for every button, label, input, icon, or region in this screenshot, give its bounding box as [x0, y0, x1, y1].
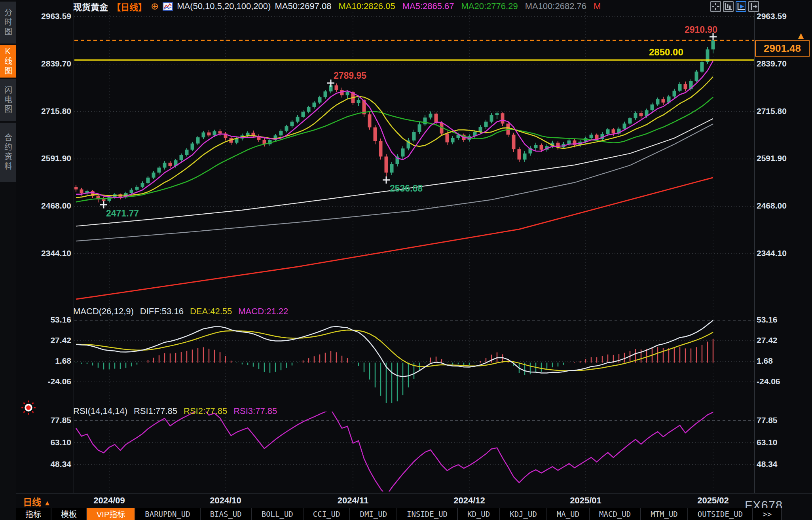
- ma-value-4: MA100:2682.76: [525, 1, 586, 11]
- macd-value-0: DIFF:53.16: [140, 306, 184, 317]
- macd-value-1: DEA:42.55: [190, 306, 232, 317]
- axis-label: 2468.00: [16, 201, 71, 211]
- ma-value-1: MA10:2826.05: [339, 1, 395, 11]
- toolbar-tab-outside-ud[interactable]: OUTSIDE_UD: [688, 508, 752, 520]
- month-label: 2025/01: [570, 495, 601, 506]
- toolbar-tab-mtm-ud[interactable]: MTM_UD: [641, 508, 687, 520]
- axis-label: 27.42: [16, 336, 71, 345]
- chart-area: 现货黄金 【日线】 ⊕ MA(50,10,5,20,100,200) MA50:…: [16, 0, 812, 520]
- axis-label: 2591.90: [16, 154, 71, 163]
- play-forward-tool-icon[interactable]: [736, 1, 746, 12]
- price-extreme-label: 2910.90: [685, 25, 717, 35]
- axis-label: 2344.10: [757, 249, 810, 258]
- toolbar-spacer: [782, 508, 812, 520]
- axis-label: 53.16: [757, 315, 810, 325]
- axis-label: 2839.70: [757, 59, 810, 68]
- axis-label: 63.10: [16, 438, 71, 447]
- axis-label: 2344.10: [16, 249, 71, 258]
- macd-title: MACD(26,12,9): [73, 306, 134, 317]
- toolbar-tab-boll-ud[interactable]: BOLL_UD: [252, 508, 303, 520]
- price-extreme-label: 2471.77: [106, 208, 139, 219]
- month-label: 2025/02: [697, 495, 729, 506]
- macd-values: DIFF:53.16DEA:42.55MACD:21.22: [140, 306, 288, 317]
- toolbar-tab--[interactable]: >>: [753, 508, 781, 520]
- price-extreme-label: 2536.68: [390, 183, 423, 194]
- month-label: 2024/09: [93, 495, 125, 506]
- axis-label: -24.06: [757, 377, 810, 386]
- crosshair-tool-icon[interactable]: [710, 1, 721, 12]
- ma-value-0: MA50:2697.08: [275, 1, 331, 11]
- toolbar-tab-cci-ud[interactable]: CCI_UD: [304, 508, 350, 520]
- period-selector[interactable]: 日线 ▲: [23, 495, 51, 508]
- toolbar-tab-bias-ud[interactable]: BIAS_UD: [201, 508, 251, 520]
- macd-header: MACD(26,12,9) DIFF:53.16DEA:42.55MACD:21…: [73, 306, 288, 317]
- rsi-header: RSI(14,14,14) RSI1:77.85RSI2:77.85RSI3:7…: [73, 406, 277, 416]
- axis-label: 77.85: [757, 416, 810, 425]
- axis-label: 63.10: [757, 438, 810, 447]
- price-extreme-label: 2789.95: [334, 70, 366, 81]
- live-indicator-icon: [21, 400, 36, 417]
- chart-header: 现货黄金 【日线】 ⊕ MA(50,10,5,20,100,200) MA50:…: [73, 1, 601, 11]
- rsi-value-0: RSI1:77.85: [134, 406, 177, 416]
- axis-label: 2591.90: [757, 154, 810, 163]
- last-price-box: 2901.48: [755, 40, 810, 57]
- ma-value-2: MA5:2865.67: [402, 1, 454, 11]
- ma-params-label: MA(50,10,5,20,100,200): [177, 1, 271, 11]
- ma-value-5: M: [594, 1, 601, 11]
- axis-label: 1.68: [757, 356, 810, 366]
- toolbar-tab-kdj-ud[interactable]: KDJ_UD: [500, 508, 546, 520]
- axis-label: 2468.00: [757, 201, 810, 211]
- toolbar-tab-inside-ud[interactable]: INSIDE_UD: [397, 508, 457, 520]
- toolbar-tab-ma-ud[interactable]: MA_UD: [547, 508, 589, 520]
- chart-type-icon[interactable]: [163, 2, 173, 11]
- rsi-value-2: RSI3:77.85: [233, 406, 277, 416]
- pan-right-tool-icon[interactable]: [748, 1, 759, 12]
- symbol-title: 现货黄金: [73, 0, 108, 13]
- alert-price-label: 2850.00: [649, 47, 683, 58]
- toolbar-tab-vip-[interactable]: VIP指标: [87, 508, 135, 520]
- rsi-value-1: RSI2:77.85: [184, 406, 227, 416]
- macd-value-2: MACD:21.22: [238, 306, 288, 317]
- chart-tool-icons: [710, 1, 759, 12]
- axis-label: 53.16: [16, 315, 71, 325]
- month-label: 2024/10: [210, 495, 241, 506]
- axis-label: 2715.80: [757, 106, 810, 116]
- price-up-arrow-icon: ▲: [796, 30, 806, 41]
- axis-scale-tool-icon[interactable]: [723, 1, 734, 12]
- axis-label: 2715.80: [16, 106, 71, 116]
- toolbar-tab-dmi-ud[interactable]: DMI_UD: [350, 508, 397, 520]
- indicator-toolbar: 指标模板VIP指标BARUPDN_UDBIAS_UDBOLL_UDCCI_UDD…: [16, 508, 812, 520]
- month-label: 2024/11: [338, 495, 368, 506]
- ma-value-3: MA20:2776.29: [461, 1, 518, 11]
- toolbar-tab-barupdn-ud[interactable]: BARUPDN_UD: [135, 508, 199, 520]
- axis-label: 48.34: [757, 459, 810, 469]
- sidebar-item-0[interactable]: 分时图: [0, 2, 16, 44]
- rsi-values: RSI1:77.85RSI2:77.85RSI3:77.85: [134, 406, 277, 416]
- axis-label: -24.06: [16, 377, 71, 386]
- app-window: 分时图K线图闪电图合约资料 现货黄金 【日线】 ⊕ MA(50,10,5,20,…: [0, 0, 812, 520]
- add-overlay-icon[interactable]: ⊕: [151, 2, 159, 11]
- sidebar-item-1[interactable]: K线图: [0, 45, 16, 78]
- chart-mode-sidebar: 分时图K线图闪电图合约资料: [0, 0, 16, 520]
- axis-label: 1.68: [16, 356, 71, 366]
- sidebar-item-2[interactable]: 闪电图: [0, 79, 16, 121]
- toolbar-tab-kd-ud[interactable]: KD_UD: [458, 508, 499, 520]
- axis-label: 2963.59: [757, 11, 810, 21]
- axis-label: 27.42: [757, 336, 810, 345]
- month-label: 2024/12: [453, 495, 485, 506]
- sidebar-item-3[interactable]: 合约资料: [0, 123, 16, 182]
- toolbar-tab--[interactable]: 模板: [51, 508, 86, 520]
- rsi-title: RSI(14,14,14): [73, 406, 127, 416]
- price-chart-canvas[interactable]: [16, 0, 812, 495]
- axis-label: 48.34: [16, 459, 71, 469]
- period-dropdown-arrow-icon: ▲: [44, 499, 51, 507]
- axis-label: 2963.59: [16, 11, 71, 21]
- toolbar-tab--[interactable]: 指标: [16, 508, 51, 520]
- ma-values: MA50:2697.08MA10:2826.05MA5:2865.67MA20:…: [275, 1, 601, 11]
- toolbar-tab-macd-ud[interactable]: MACD_UD: [590, 508, 640, 520]
- axis-label: 2839.70: [16, 59, 71, 68]
- period-tag: 【日线】: [112, 0, 147, 13]
